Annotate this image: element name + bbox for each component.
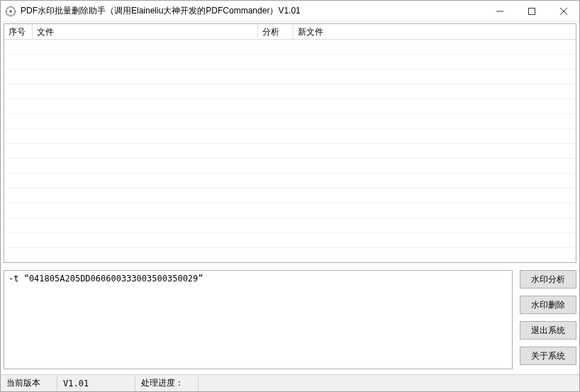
col-analyze[interactable]: 分析 — [258, 24, 294, 39]
table-row — [4, 40, 576, 55]
maximize-button[interactable] — [515, 1, 547, 21]
status-version-label: 当前版本 — [1, 375, 57, 391]
delete-watermark-button[interactable]: 水印删除 — [520, 296, 576, 314]
table-row — [4, 159, 576, 174]
lower-panel: -t “041805A205DD060600333003500350029” 水… — [4, 270, 576, 369]
file-grid[interactable]: 序号 文件 分析 新文件 — [4, 23, 576, 263]
table-row — [4, 84, 576, 99]
table-row — [4, 248, 576, 262]
titlebar: PDF水印批量删除助手（调用Elaineliu大神开发的PDFCommander… — [1, 1, 579, 22]
col-file[interactable]: 文件 — [33, 24, 258, 39]
status-progress-label: 处理进度： — [135, 375, 199, 391]
statusbar: 当前版本 V1.01 处理进度： — [1, 374, 579, 391]
table-row — [4, 144, 576, 159]
svg-rect-11 — [528, 8, 535, 14]
exit-system-button[interactable]: 退出系统 — [520, 321, 576, 340]
content-area: 序号 文件 分析 新文件 — [1, 22, 579, 374]
col-seq[interactable]: 序号 — [4, 24, 33, 39]
table-row — [4, 203, 576, 218]
svg-line-13 — [560, 8, 567, 15]
table-row — [4, 114, 576, 129]
svg-point-9 — [9, 10, 12, 13]
command-textbox[interactable]: -t “041805A205DD060600333003500350029” — [4, 270, 513, 369]
close-button[interactable] — [547, 1, 579, 21]
table-row — [4, 69, 576, 84]
window-controls — [484, 1, 579, 21]
table-row — [4, 189, 576, 203]
table-row — [4, 55, 576, 69]
window-title: PDF水印批量删除助手（调用Elaineliu大神开发的PDFCommander… — [21, 5, 484, 17]
app-window: PDF水印批量删除助手（调用Elaineliu大神开发的PDFCommander… — [0, 0, 580, 392]
table-row — [4, 218, 576, 233]
about-system-button[interactable]: 关于系统 — [520, 347, 576, 365]
status-version-value: V1.01 — [57, 375, 135, 391]
table-row — [4, 174, 576, 189]
app-icon — [5, 6, 16, 17]
status-progress-area — [199, 375, 579, 391]
minimize-button[interactable] — [484, 1, 515, 21]
grid-body[interactable] — [4, 40, 576, 262]
svg-line-12 — [560, 8, 567, 15]
grid-header: 序号 文件 分析 新文件 — [4, 24, 576, 40]
table-row — [4, 99, 576, 114]
analyze-watermark-button[interactable]: 水印分析 — [520, 270, 576, 289]
table-row — [4, 129, 576, 144]
action-buttons: 水印分析 水印删除 退出系统 关于系统 — [520, 270, 576, 369]
col-newfile[interactable]: 新文件 — [294, 24, 576, 39]
table-row — [4, 233, 576, 248]
